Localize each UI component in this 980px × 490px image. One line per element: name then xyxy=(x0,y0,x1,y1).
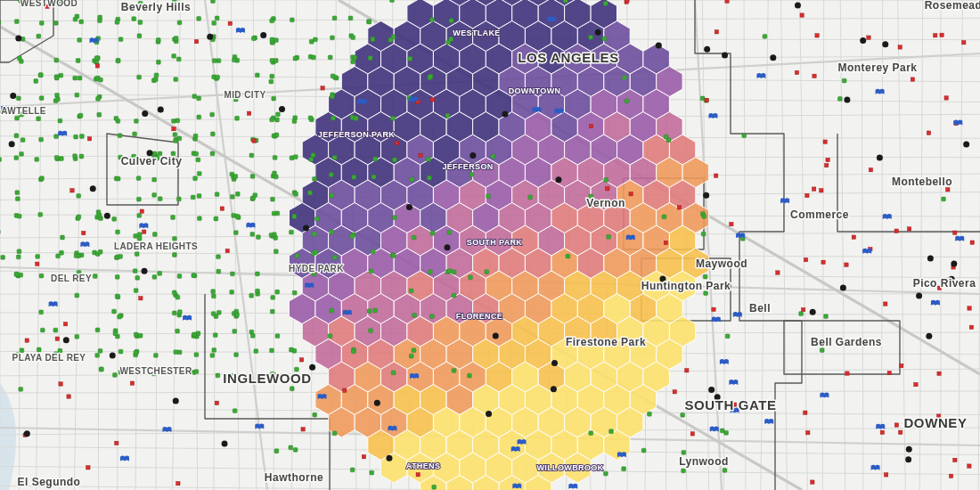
map-label: MID CITY xyxy=(224,90,265,100)
svg-point-739 xyxy=(90,185,96,192)
svg-rect-496 xyxy=(1,255,5,259)
svg-rect-361 xyxy=(174,37,178,41)
svg-rect-614 xyxy=(255,272,259,276)
map-label: Vernon xyxy=(586,197,625,209)
svg-point-764 xyxy=(656,42,662,48)
map-label: WILLOWBROOK xyxy=(537,463,604,472)
svg-rect-584 xyxy=(447,230,452,234)
svg-rect-444 xyxy=(251,37,256,41)
svg-rect-669 xyxy=(813,74,816,78)
svg-rect-334 xyxy=(664,135,668,139)
svg-rect-519 xyxy=(274,133,279,137)
svg-rect-178 xyxy=(210,112,215,117)
map-label: DOWNEY xyxy=(903,415,967,430)
svg-rect-607 xyxy=(114,117,118,121)
svg-rect-668 xyxy=(690,432,694,436)
map-label: SOUTH GATE xyxy=(684,397,776,412)
svg-line-37 xyxy=(723,0,727,490)
svg-rect-258 xyxy=(270,37,274,42)
svg-point-726 xyxy=(708,387,715,393)
svg-rect-690 xyxy=(362,454,365,458)
svg-rect-310 xyxy=(74,135,78,139)
svg-rect-206 xyxy=(391,253,396,257)
svg-rect-606 xyxy=(330,94,334,99)
svg-rect-179 xyxy=(250,175,255,179)
svg-rect-404 xyxy=(271,296,275,300)
map-label: WESTWOOD xyxy=(20,0,78,8)
svg-rect-554 xyxy=(702,214,706,218)
svg-rect-275 xyxy=(137,236,142,241)
svg-rect-569 xyxy=(115,275,119,280)
svg-rect-521 xyxy=(97,112,102,117)
svg-rect-284 xyxy=(0,158,2,162)
svg-rect-474 xyxy=(137,75,142,79)
svg-rect-216 xyxy=(53,20,58,25)
map-viewport[interactable]: LOS ANGELESINGLEWOODSOUTH GATEDOWNEYBeve… xyxy=(0,0,980,490)
svg-rect-625 xyxy=(937,372,941,375)
svg-rect-461 xyxy=(700,96,705,101)
svg-point-733 xyxy=(927,256,934,262)
svg-rect-464 xyxy=(78,113,83,118)
svg-rect-631 xyxy=(953,231,957,234)
svg-rect-319 xyxy=(253,193,257,198)
map-label: PLAYA DEL REY xyxy=(12,353,86,363)
svg-rect-380 xyxy=(14,134,19,138)
svg-rect-241 xyxy=(153,353,158,357)
svg-point-747 xyxy=(704,46,710,53)
svg-rect-415 xyxy=(16,96,20,101)
svg-rect-530 xyxy=(270,19,274,23)
svg-rect-618 xyxy=(664,241,667,244)
svg-point-728 xyxy=(810,309,816,315)
svg-rect-680 xyxy=(845,263,848,266)
svg-rect-560 xyxy=(78,38,82,43)
svg-rect-378 xyxy=(115,294,119,298)
svg-rect-222 xyxy=(254,349,258,354)
svg-rect-442 xyxy=(230,194,234,199)
svg-rect-340 xyxy=(94,56,99,61)
svg-rect-201 xyxy=(34,79,38,84)
svg-rect-445 xyxy=(134,351,138,355)
svg-rect-331 xyxy=(274,249,278,254)
svg-point-755 xyxy=(905,456,911,462)
svg-rect-100 xyxy=(39,310,44,314)
svg-rect-448 xyxy=(274,38,279,43)
svg-rect-207 xyxy=(430,314,435,319)
svg-rect-219 xyxy=(452,293,456,298)
svg-point-736 xyxy=(173,397,179,404)
svg-rect-145 xyxy=(134,332,138,337)
svg-line-38 xyxy=(744,0,746,490)
svg-rect-717 xyxy=(894,423,898,427)
svg-rect-330 xyxy=(703,274,707,279)
svg-rect-590 xyxy=(54,155,59,159)
svg-rect-218 xyxy=(174,78,178,82)
svg-rect-718 xyxy=(852,235,855,239)
svg-rect-136 xyxy=(176,197,181,201)
svg-rect-480 xyxy=(682,451,686,455)
svg-rect-413 xyxy=(73,154,78,159)
map-label: HYDE PARK xyxy=(289,264,344,274)
svg-rect-414 xyxy=(271,197,275,201)
svg-rect-418 xyxy=(289,347,293,352)
svg-rect-90 xyxy=(73,76,78,80)
map-label: JEFFERSON PARK xyxy=(318,130,396,139)
svg-point-732 xyxy=(9,141,15,147)
svg-rect-504 xyxy=(308,116,313,120)
svg-rect-165 xyxy=(331,36,335,40)
svg-rect-236 xyxy=(73,17,78,21)
map-canvas[interactable]: LOS ANGELESINGLEWOODSOUTH GATEDOWNEYBeve… xyxy=(0,0,980,490)
map-label: WESTLAKE xyxy=(453,29,500,37)
svg-rect-575 xyxy=(156,38,160,43)
svg-rect-701 xyxy=(142,230,145,233)
svg-rect-344 xyxy=(153,78,158,82)
svg-point-740 xyxy=(470,152,476,159)
svg-rect-88 xyxy=(177,274,182,279)
svg-rect-326 xyxy=(211,290,216,294)
svg-rect-655 xyxy=(894,229,898,233)
svg-rect-572 xyxy=(447,269,452,274)
svg-rect-682 xyxy=(907,227,911,231)
svg-point-753 xyxy=(860,37,866,44)
svg-rect-524 xyxy=(250,334,255,339)
map-label: Commerce xyxy=(790,208,849,221)
svg-rect-509 xyxy=(273,156,277,160)
svg-rect-217 xyxy=(350,468,355,472)
